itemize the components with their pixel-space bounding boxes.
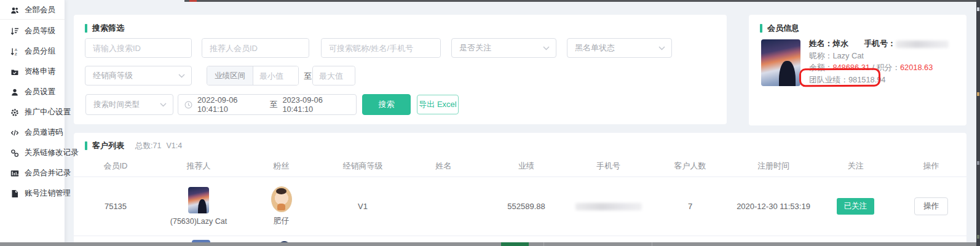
cell-action: 操作 [896, 197, 966, 215]
users-icon [10, 6, 19, 15]
blacklist-status-select[interactable]: 黑名单状态 [567, 38, 672, 58]
col-header-fan: 粉丝 [240, 161, 323, 172]
cell-fan: 肥仔 [240, 186, 323, 226]
chevron-down-icon [160, 103, 167, 107]
time-type-select[interactable]: 搜索时间类型 [85, 94, 173, 115]
col-header-register-time: 注册时间 [732, 161, 815, 172]
red-annotation-circle [799, 68, 880, 87]
sidebar-item-merge-log[interactable]: 会员合并记录 [0, 163, 65, 183]
date-end: 2023-09-06 10:41:10 [282, 95, 350, 114]
sidebar-item-invite-code[interactable]: 会员邀请码 [0, 122, 65, 143]
sort-amount-icon [10, 27, 19, 36]
col-header-name: 姓名 [403, 161, 484, 172]
chart-icon [10, 169, 19, 178]
member-avatar [761, 39, 800, 86]
sidebar-item-label: 会员设置 [25, 87, 55, 97]
col-header-action: 操作 [896, 161, 966, 172]
cell-performance: 552589.88 [484, 202, 568, 211]
filter-section-title: 搜索筛选 [85, 23, 124, 34]
performance-max-input[interactable] [313, 66, 355, 85]
green-title-bar [85, 141, 87, 150]
sidebar-item-promotion-settings[interactable]: 推广中心设置 [0, 102, 65, 122]
sidebar-item-label: 全部会员 [25, 5, 55, 15]
col-header-follow: 关注 [815, 161, 896, 172]
chevron-down-icon [178, 74, 185, 78]
performance-min-input[interactable] [253, 66, 298, 85]
sidebar-item-relation-log[interactable]: 关系链修改记录 [0, 143, 65, 163]
sort-alpha-icon: AZ [10, 47, 19, 56]
sidebar-item-label: 资格申请 [25, 66, 55, 77]
phone-redacted [575, 203, 642, 210]
col-header-phone: 手机号 [568, 161, 649, 172]
cell-dealer-level: V1 [323, 202, 403, 211]
phone-redacted [896, 41, 949, 48]
svg-text:Z: Z [15, 52, 17, 56]
range-to-label: 至 [304, 71, 312, 82]
member-info-title: 会员信息 [760, 23, 799, 34]
sidebar-item-member-settings[interactable]: 会员设置 [0, 82, 65, 102]
cell-follow: 已关注 [815, 198, 896, 215]
sidebar-item-all-members[interactable]: 全部会员 [0, 1, 65, 20]
table-header-row: 会员ID 推荐人 粉丝 经销商等级 姓名 业绩 手机号 客户人数 注册时间 关注… [74, 155, 966, 177]
col-header-referrer: 推荐人 [157, 161, 240, 172]
green-title-bar [85, 24, 87, 33]
col-header-dealer-level: 经销商等级 [323, 161, 403, 172]
search-id-field-wrap [85, 38, 192, 58]
top-edge-red-speck [189, 0, 197, 2]
member-name-line: 姓名：焯水 手机号： [809, 38, 963, 50]
file-icon [10, 189, 19, 198]
search-id-input[interactable] [85, 39, 191, 57]
follow-status-select[interactable]: 是否关注 [451, 38, 556, 58]
sidebar-item-qualification[interactable]: 资格申请 [0, 62, 65, 82]
date-range-picker[interactable]: 2022-09-06 10:41:10 至 2023-09-06 10:41:1… [178, 94, 357, 115]
sidebar-item-member-groups[interactable]: AZ 会员分组 [0, 41, 65, 62]
chevron-down-icon [543, 46, 550, 50]
sidebar-item-label: 会员等级 [25, 26, 55, 36]
search-button[interactable]: 搜索 [362, 94, 411, 115]
chevron-down-icon [658, 46, 665, 50]
user-icon [10, 88, 19, 97]
member-nickname-line: 昵称：Lazy Cat [809, 50, 963, 62]
customer-list-card: 客户列表 总数:71 V1:4 会员ID 推荐人 粉丝 经销商等级 姓名 业绩 … [74, 133, 966, 246]
search-filter-card: 搜索筛选 是否关注 黑名单状态 经销商等级 业绩区间 至 搜索时间类型 2022… [74, 15, 727, 124]
export-excel-button[interactable]: 导出 Excel [417, 95, 459, 114]
green-title-bar [760, 24, 762, 33]
total-count: 总数:71 [135, 141, 161, 151]
gear-icon [10, 108, 19, 117]
cell-member-id: 75135 [74, 202, 157, 211]
sidebar-item-label: 会员合并记录 [25, 168, 71, 178]
customer-list-title-row: 客户列表 总数:71 V1:4 [85, 140, 182, 151]
v1-count: V1:4 [166, 141, 182, 150]
bottom-edge-artifact [0, 242, 980, 246]
performance-range-group: 业绩区间 [207, 66, 299, 85]
referrer-id-input[interactable] [202, 39, 309, 57]
followed-badge: 已关注 [837, 198, 875, 215]
row-action-button[interactable]: 操作 [914, 197, 948, 215]
performance-max-wrap [312, 66, 355, 85]
cell-register-time: 2020-12-30 11:53:19 [732, 202, 815, 211]
link-icon [10, 149, 19, 157]
date-to-label: 至 [270, 100, 278, 110]
sidebar-item-label: 会员邀请码 [25, 127, 63, 138]
cell-referrer: (75630)Lazy Cat [157, 187, 240, 226]
performance-range-label: 业绩区间 [207, 66, 253, 85]
cell-customer-count: 7 [649, 202, 732, 211]
sidebar-item-member-levels[interactable]: 会员等级 [0, 21, 65, 41]
keyword-input[interactable] [322, 39, 440, 57]
code-icon [10, 129, 19, 137]
date-start: 2022-09-06 10:41:10 [197, 95, 265, 114]
clock-icon [184, 101, 192, 109]
keyword-field-wrap [321, 38, 441, 58]
svg-text:A: A [15, 48, 17, 52]
col-header-member-id: 会员ID [74, 161, 157, 172]
sidebar-item-label: 关系链修改记录 [25, 148, 79, 158]
sidebar-item-label: 会员分组 [25, 46, 55, 57]
right-edge-artifact [976, 0, 980, 246]
sidebar: 全部会员 会员等级 AZ 会员分组 资格申请 会员设置 推广中心设置 [0, 0, 65, 246]
fan-avatar [271, 186, 292, 212]
customer-table: 会员ID 推荐人 粉丝 经销商等级 姓名 业绩 手机号 客户人数 注册时间 关注… [74, 155, 966, 236]
sidebar-item-account-closure[interactable]: 账号注销管理 [0, 183, 65, 204]
dealer-level-select[interactable]: 经销商等级 [85, 66, 192, 85]
sidebar-item-label: 账号注销管理 [25, 188, 71, 199]
col-header-customer-count: 客户人数 [649, 161, 732, 172]
